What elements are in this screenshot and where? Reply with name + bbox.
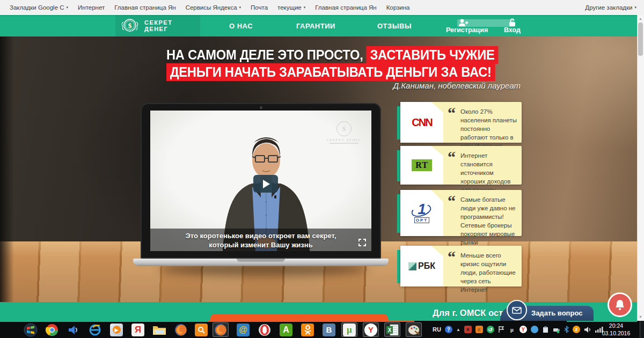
yandex-browser-icon[interactable]: Y: [363, 322, 379, 337]
usb-tray-icon[interactable]: [553, 326, 560, 333]
bookmark-item[interactable]: Интернет: [78, 4, 105, 11]
bluetooth-tray-icon[interactable]: [564, 326, 569, 333]
registration-link[interactable]: Регистрация: [446, 26, 488, 34]
hero-headline: НА САМОМ ДЕЛЕ ЭТО ПРОСТО, ЗАСТАВИТЬ ЧУЖИ…: [166, 47, 533, 80]
svg-text:X: X: [388, 327, 392, 333]
bookmark-item[interactable]: Главная страница Ян: [114, 4, 175, 11]
excel-icon[interactable]: X: [384, 322, 400, 337]
system-tray: RU ? ▲ × ≡ ↺ µ Y 2: [433, 322, 603, 337]
scroll-down-arrow[interactable]: ▼: [638, 314, 643, 320]
play-button[interactable]: [253, 175, 278, 193]
show-desktop-button[interactable]: [640, 321, 644, 338]
help-tray-icon[interactable]: ?: [445, 326, 452, 333]
agent-tray-icon[interactable]: 2: [573, 326, 580, 333]
laptop-notch: [237, 259, 285, 262]
quote-attribution: Д.Каниман, нобелевский лауреат: [393, 81, 521, 90]
hidden-icons-chevron[interactable]: ▲: [456, 327, 460, 332]
nav-item-guarantees[interactable]: ГАРАНТИИ: [296, 22, 335, 30]
explorer-folder-icon[interactable]: [151, 322, 167, 337]
register-user-icon[interactable]: [458, 19, 469, 27]
rbc-logo: РБК: [400, 246, 443, 286]
other-bookmarks-button[interactable]: Другие закладки▾: [585, 4, 636, 11]
brand-name: СЕКРЕТ ДЕНЕГ: [144, 19, 172, 32]
video-player[interactable]: S СЕКРЕТ ДЕНЕГ Это коротенькое видео отк…: [150, 111, 371, 251]
opera-icon[interactable]: [257, 322, 273, 337]
play-icon: [263, 180, 270, 188]
site-logo[interactable]: $ СЕКРЕТ ДЕНЕГ: [115, 15, 200, 36]
ask-question-envelope[interactable]: [507, 300, 527, 320]
bookmark-item[interactable]: Главная страница Ян: [315, 4, 376, 11]
headline-highlight: ЗАСТАВИТЬ ЧУЖИЕ: [367, 46, 498, 64]
language-indicator[interactable]: RU: [433, 326, 441, 333]
scrollbar-thumb[interactable]: [638, 23, 643, 56]
bookmark-item[interactable]: Сервисы Яндекса▾: [186, 4, 241, 11]
quote-card-ort: 1 ОРТ “ Самые богатые люди уже давно не …: [400, 190, 522, 236]
video-caption: Это коротенькое видео откроет вам секрет…: [150, 229, 371, 251]
utorrent-tray-icon[interactable]: µ: [508, 326, 516, 333]
quote-icon: “: [448, 250, 456, 264]
bookmarks-bar: Закладки Google C▾ Интернет Главная стра…: [0, 0, 644, 15]
channel-one-logo: 1 ОРТ: [400, 190, 443, 236]
login-lock-icon[interactable]: [509, 18, 516, 27]
bookmark-item[interactable]: текущие▾: [277, 4, 305, 11]
quote-icon: “: [448, 194, 456, 208]
notification-bell-button[interactable]: [608, 292, 632, 317]
utorrent-icon[interactable]: µ: [341, 322, 357, 337]
bell-icon: [614, 299, 625, 311]
messenger-tray-icon[interactable]: [531, 326, 538, 333]
search-app-icon[interactable]: [193, 322, 209, 337]
quote-card-rt: RT “ Интернет становится источником хоро…: [400, 146, 522, 185]
quote-icon: “: [448, 150, 456, 164]
odnoklassniki-icon[interactable]: [299, 322, 316, 337]
clipboard-tray-icon[interactable]: [542, 326, 549, 333]
chevron-down-icon: ▾: [239, 5, 241, 10]
watermark-monogram: S: [336, 121, 352, 136]
internet-explorer-icon[interactable]: [87, 322, 103, 337]
firefox-icon[interactable]: [173, 322, 189, 337]
video-watermark: S СЕКРЕТ ДЕНЕГ: [321, 121, 367, 144]
firefox-active-icon[interactable]: [213, 322, 229, 337]
scrollbar-track[interactable]: [637, 15, 644, 321]
laptop-webcam: [260, 106, 262, 109]
rt-logo: RT: [400, 146, 443, 185]
rbc-square-icon: [408, 262, 416, 270]
vkontakte-icon[interactable]: B: [321, 322, 337, 337]
flag-tray-icon[interactable]: [498, 326, 504, 333]
envelope-icon: [512, 307, 522, 314]
hero-left-shadow: [0, 36, 14, 302]
taskbar-clock[interactable]: 20:24 03.10.2016: [595, 322, 638, 337]
quote-card-rbc: РБК “ Меньше всего кризис ощутили люди, …: [400, 246, 522, 286]
volume-tray-icon[interactable]: [584, 326, 591, 333]
bookmark-item[interactable]: Корзина: [386, 4, 410, 11]
chevron-down-icon: ▾: [304, 5, 306, 10]
amigo-browser-icon[interactable]: A: [278, 322, 294, 337]
alert-tray-icon[interactable]: ≡: [475, 326, 483, 333]
paint-icon[interactable]: [406, 322, 422, 337]
taskbar-bleed-green: [0, 321, 208, 322]
yandex-icon[interactable]: Я: [130, 322, 146, 337]
volume-app-icon[interactable]: [65, 322, 82, 337]
sync-tray-icon[interactable]: ↺: [487, 326, 494, 333]
headline-highlight: ДЕНЬГИ НАЧАТЬ ЗАРАБАТЫВАТЬ ДЕНЬГИ ЗА ВАС…: [166, 63, 495, 81]
quote-icon: “: [448, 106, 456, 120]
fullscreen-icon[interactable]: [358, 239, 366, 246]
nav-item-about[interactable]: О НАС: [229, 22, 253, 30]
media-player-icon[interactable]: ▶: [108, 322, 125, 337]
flash-blocked-tray-icon[interactable]: ×: [464, 326, 472, 333]
yandex-tray-icon[interactable]: Y: [519, 326, 527, 333]
nav-item-reviews[interactable]: ОТЗЫВЫ: [377, 22, 412, 30]
chevron-down-icon: ▾: [67, 5, 69, 10]
scroll-up-arrow[interactable]: ▲: [638, 16, 643, 21]
dollar-emblem-icon: $: [120, 17, 140, 34]
login-link[interactable]: Вход: [504, 26, 521, 34]
bookmark-item[interactable]: Почта: [251, 4, 268, 11]
chrome-icon[interactable]: [44, 322, 60, 337]
taskbar-bleed-orange: [208, 321, 414, 322]
quote-card-cnn: CNN “ Около 27% населения планеты постоя…: [400, 102, 522, 143]
bookmark-item[interactable]: Закладки Google C▾: [10, 4, 68, 11]
mailru-agent-icon[interactable]: @: [235, 322, 251, 337]
windows-start-button[interactable]: [23, 322, 39, 337]
svg-text:$: $: [128, 21, 132, 30]
chevron-down-icon: ▾: [634, 5, 636, 10]
cnn-logo: CNN: [400, 102, 443, 143]
